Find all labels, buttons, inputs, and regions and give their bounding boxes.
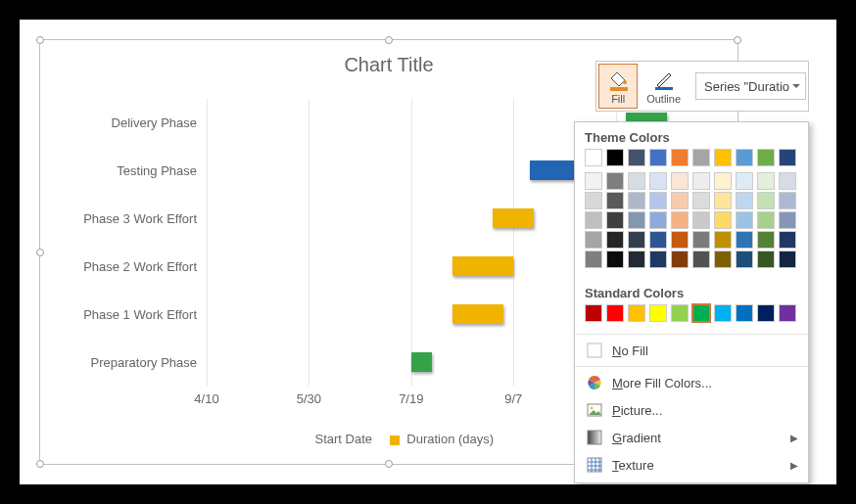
color-swatch[interactable] [671, 231, 689, 249]
data-bar[interactable] [411, 352, 432, 372]
no-fill-icon [585, 342, 604, 359]
color-swatch[interactable] [606, 149, 624, 166]
svg-rect-7 [588, 431, 601, 444]
color-swatch[interactable] [714, 304, 732, 322]
color-swatch[interactable] [628, 231, 645, 249]
color-swatch[interactable] [779, 211, 796, 229]
color-swatch[interactable] [757, 192, 775, 209]
color-swatch[interactable] [671, 251, 689, 268]
color-swatch[interactable] [714, 149, 732, 166]
color-swatch[interactable] [585, 231, 602, 249]
worksheet: Chart Title 4/105/307/199/710/27 Start D… [20, 20, 836, 484]
color-swatch[interactable] [585, 211, 602, 229]
outline-button[interactable]: Outline [638, 64, 690, 109]
color-swatch[interactable] [606, 172, 624, 190]
resize-handle[interactable] [36, 36, 44, 44]
more-fill-colors-item[interactable]: More Fill Colors... [575, 369, 808, 396]
color-swatch[interactable] [779, 304, 796, 322]
color-swatch[interactable] [649, 211, 667, 229]
color-swatch[interactable] [757, 211, 775, 229]
color-swatch[interactable] [757, 149, 775, 166]
outline-button-label: Outline [646, 93, 681, 105]
color-swatch[interactable] [692, 304, 710, 322]
color-swatch[interactable] [585, 304, 602, 322]
color-swatch[interactable] [606, 304, 624, 322]
color-swatch[interactable] [649, 231, 667, 249]
color-swatch[interactable] [692, 231, 710, 249]
svg-rect-3 [588, 344, 601, 357]
color-swatch[interactable] [692, 192, 710, 209]
data-bar[interactable] [452, 256, 514, 276]
color-swatch[interactable] [714, 172, 732, 190]
color-swatch[interactable] [606, 192, 624, 209]
color-swatch[interactable] [779, 231, 796, 249]
color-swatch[interactable] [628, 149, 645, 166]
no-fill-item[interactable]: No Fill [575, 337, 808, 364]
color-swatch[interactable] [628, 192, 645, 209]
color-swatch[interactable] [736, 211, 753, 229]
color-swatch[interactable] [692, 149, 710, 166]
submenu-arrow-icon: ▶ [790, 460, 798, 471]
data-bar[interactable] [493, 208, 534, 228]
color-swatch[interactable] [628, 304, 645, 322]
color-swatch[interactable] [671, 149, 689, 166]
color-swatch[interactable] [671, 211, 689, 229]
picture-item[interactable]: Picture... [575, 396, 808, 424]
resize-handle[interactable] [385, 36, 393, 44]
color-swatch[interactable] [671, 192, 689, 209]
color-swatch[interactable] [714, 211, 732, 229]
color-swatch[interactable] [649, 304, 667, 322]
data-bar[interactable] [452, 304, 503, 324]
color-swatch[interactable] [649, 251, 667, 268]
color-swatch[interactable] [757, 172, 775, 190]
color-swatch[interactable] [606, 231, 624, 249]
color-swatch[interactable] [736, 231, 753, 249]
gradient-item[interactable]: Gradient ▶ [575, 424, 808, 451]
theme-color-grid [575, 149, 808, 278]
x-axis-tick: 7/19 [399, 391, 423, 406]
color-swatch[interactable] [757, 231, 775, 249]
color-swatch[interactable] [714, 251, 732, 268]
color-swatch[interactable] [585, 192, 602, 209]
series-selector[interactable]: Series "Duratio [695, 72, 806, 100]
color-swatch[interactable] [671, 304, 689, 322]
color-swatch[interactable] [757, 251, 775, 268]
fill-button[interactable]: Fill [598, 64, 638, 109]
color-swatch[interactable] [714, 231, 732, 249]
x-axis-tick: 9/7 [504, 391, 522, 406]
resize-handle[interactable] [36, 460, 44, 468]
texture-item[interactable]: Texture ▶ [575, 451, 808, 479]
color-swatch[interactable] [628, 211, 645, 229]
color-swatch[interactable] [649, 192, 667, 209]
legend-swatch [298, 435, 308, 445]
color-swatch[interactable] [692, 172, 710, 190]
color-swatch[interactable] [736, 172, 753, 190]
color-swatch[interactable] [606, 251, 624, 268]
color-swatch[interactable] [736, 304, 753, 322]
color-swatch[interactable] [714, 192, 732, 209]
color-swatch[interactable] [736, 192, 753, 209]
svg-rect-2 [655, 87, 673, 90]
color-swatch[interactable] [757, 304, 775, 322]
color-swatch[interactable] [779, 251, 796, 268]
color-swatch[interactable] [628, 172, 645, 190]
color-swatch[interactable] [628, 251, 645, 268]
series-selector-value: Series "Duratio [704, 79, 789, 94]
color-swatch[interactable] [585, 149, 602, 166]
resize-handle[interactable] [36, 249, 44, 256]
color-swatch[interactable] [779, 192, 796, 209]
color-swatch[interactable] [779, 172, 796, 190]
color-swatch[interactable] [649, 172, 667, 190]
color-swatch[interactable] [606, 211, 624, 229]
color-swatch[interactable] [585, 251, 602, 268]
resize-handle[interactable] [385, 460, 393, 468]
color-swatch[interactable] [692, 251, 710, 268]
color-swatch[interactable] [585, 172, 602, 190]
color-swatch[interactable] [649, 149, 667, 166]
color-swatch[interactable] [692, 211, 710, 229]
color-swatch[interactable] [736, 251, 753, 268]
color-swatch[interactable] [671, 172, 689, 190]
color-swatch[interactable] [779, 149, 796, 166]
resize-handle[interactable] [734, 36, 741, 44]
color-swatch[interactable] [736, 149, 753, 166]
